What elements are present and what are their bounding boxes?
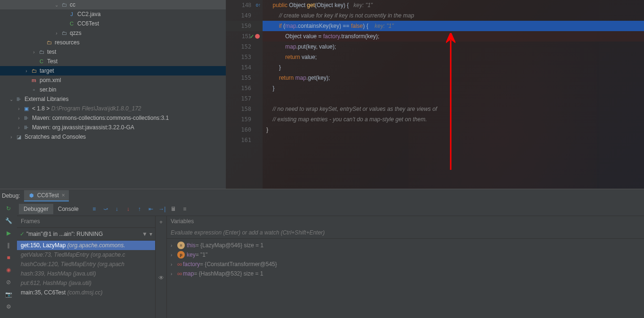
code-line[interactable]: public Object get(Object key) { key: "1" — [263, 0, 644, 10]
library-icon: ⊪ — [23, 114, 30, 122]
filter-icon[interactable]: ▼ — [142, 231, 148, 237]
debug-panel-header: Debug: ⬢ CC6Test × — [0, 189, 644, 202]
camera-button[interactable]: 📷 — [3, 289, 14, 300]
frames-list[interactable]: get:150, LazyMap (org.apache.commons. ge… — [17, 241, 155, 318]
line-number[interactable]: 157 — [226, 93, 263, 104]
chevron-down-icon: ⌄ — [53, 2, 60, 8]
chevron-right-icon: › — [171, 271, 177, 276]
tree-file-serbin[interactable]: ▫ser.bin — [0, 85, 226, 94]
stack-frame[interactable]: hashCode:120, TiedMapEntry (org.apach — [17, 259, 155, 269]
tree-file-pom[interactable]: mpom.xml — [0, 75, 226, 85]
line-number[interactable]: 151✓ — [226, 31, 263, 42]
step-out-button[interactable]: ↑ — [134, 204, 145, 214]
line-number[interactable]: 161 — [226, 135, 263, 145]
folder-icon: 🗀 — [38, 48, 45, 56]
module-icon: ▣ — [23, 105, 30, 112]
step-over-button[interactable]: ⤻ — [100, 204, 111, 214]
variable-item[interactable]: ›pkey = "1" — [167, 250, 644, 259]
code-editor[interactable]: 148o↑ 149 150 151✓ 152 153 154 155 156 1… — [226, 0, 644, 189]
evaluate-input[interactable]: Evaluate expression (Enter) or add a wat… — [167, 227, 644, 239]
frames-header: Frames — [17, 216, 155, 227]
variable-item[interactable]: ›≡this = {LazyMap@546} size = 1 — [167, 241, 644, 250]
drop-frame-button[interactable]: ⇤ — [146, 204, 156, 214]
show-watches-button[interactable]: 👁 — [157, 274, 165, 282]
dropdown-icon[interactable]: ▾ — [149, 231, 152, 237]
breakpoint-icon[interactable] — [255, 34, 260, 39]
frames-panel[interactable]: Frames ✓ "main"@1 in ...ain": RUNNING ▼ … — [17, 216, 156, 318]
code-line[interactable]: // create value for key if key is not cu… — [263, 10, 644, 21]
close-icon[interactable]: × — [62, 192, 65, 199]
rerun-button[interactable]: ↻ — [3, 203, 14, 214]
line-number[interactable]: 148o↑ — [226, 0, 263, 10]
stack-frame[interactable]: get:150, LazyMap (org.apache.commons. — [17, 241, 155, 250]
stop-button[interactable]: ■ — [3, 252, 14, 263]
variables-header: Variables — [167, 216, 644, 227]
tree-folder-qzzs[interactable]: ›🗀qzzs — [0, 28, 226, 38]
mute-breakpoints-button[interactable]: ⊘ — [3, 276, 14, 288]
line-number[interactable]: 158 — [226, 104, 263, 114]
evaluate-button[interactable]: 🖩 — [168, 204, 179, 214]
annotation-arrow — [446, 33, 455, 171]
console-tab[interactable]: Console — [53, 204, 83, 214]
line-number[interactable]: 160 — [226, 125, 263, 135]
library-icon: ⊪ — [15, 95, 23, 103]
variable-item[interactable]: ›oofactory = {ConstantTransformer@545} — [167, 259, 644, 269]
stack-frame[interactable]: hash:339, HashMap (java.util) — [17, 269, 155, 278]
line-number[interactable]: 153 — [226, 52, 263, 62]
tree-folder-resources[interactable]: 🗀resources — [0, 38, 226, 47]
variable-item[interactable]: ›oomap = {HashMap@532} size = 1 — [167, 269, 644, 278]
tree-lib-jdk[interactable]: ›▣< 1.8 > D:\Program Files\Java\jdk1.8.0… — [0, 104, 226, 113]
line-number[interactable]: 159 — [226, 114, 263, 125]
pause-button[interactable]: ∥ — [3, 240, 14, 251]
variables-panel[interactable]: Variables Evaluate expression (Enter) or… — [167, 216, 644, 318]
tree-file-test[interactable]: CTest — [0, 57, 226, 66]
view-breakpoints-button[interactable]: ◉ — [3, 264, 14, 276]
thread-label: "main"@1 in ...ain": RUNNING — [26, 231, 103, 237]
line-number[interactable]: 150 — [226, 21, 263, 31]
chevron-right-icon: › — [15, 106, 23, 111]
resume-button[interactable]: ▶ — [3, 227, 14, 239]
project-tree[interactable]: ⌄🗀cc JCC2.java CCC6Test ›🗀qzzs 🗀resource… — [0, 0, 226, 189]
stack-frame[interactable]: main:35, CC6Test (com.dmsj.cc) — [17, 288, 155, 297]
editor-gutter[interactable]: 148o↑ 149 150 151✓ 152 153 154 155 156 1… — [226, 0, 263, 189]
stack-frame[interactable]: getValue:73, TiedMapEntry (org.apache.c — [17, 250, 155, 259]
debug-run-tab[interactable]: ⬢ CC6Test × — [24, 190, 69, 201]
tree-folder-target[interactable]: ›🗀target — [0, 66, 226, 75]
variables-tree[interactable]: ›≡this = {LazyMap@546} size = 1 ›pkey = … — [167, 239, 644, 318]
show-execution-point-button[interactable]: ≡ — [89, 204, 99, 214]
debug-panel[interactable]: Debug: ⬢ CC6Test × ↻ 🔧 ▶ ∥ ■ ◉ ⊘ 📷 ⚙ Deb… — [0, 189, 644, 318]
library-icon: ⊪ — [23, 124, 30, 131]
folder-icon: 🗀 — [60, 1, 68, 8]
add-watch-button[interactable]: + — [157, 218, 165, 226]
line-number[interactable]: 156 — [226, 83, 263, 93]
tree-file-cc2java[interactable]: JCC2.java — [0, 9, 226, 19]
code-line-current[interactable]: if (map.containsKey(key) == false) { key… — [263, 21, 644, 31]
settings-button[interactable]: ⚙ — [3, 301, 14, 312]
chevron-down-icon: ⌄ — [8, 97, 15, 102]
tree-folder-test[interactable]: ›🗀test — [0, 47, 226, 57]
force-step-into-button[interactable]: ↓ — [123, 204, 133, 214]
modify-run-button[interactable]: 🔧 — [3, 215, 14, 226]
line-number[interactable]: 155 — [226, 73, 263, 83]
run-to-cursor-button[interactable]: →| — [157, 204, 167, 214]
trace-button[interactable]: ≡ — [180, 204, 190, 214]
resources-icon: 🗀 — [45, 39, 53, 46]
debugger-tab[interactable]: Debugger — [19, 204, 53, 214]
stack-frame[interactable]: put:612, HashMap (java.util) — [17, 278, 155, 288]
line-number[interactable]: 149 — [226, 10, 263, 21]
line-number[interactable]: 154 — [226, 62, 263, 73]
object-icon: oo — [177, 262, 182, 267]
thread-selector[interactable]: ✓ "main"@1 in ...ain": RUNNING ▼ ▾ — [17, 227, 155, 241]
line-number[interactable]: 152 — [226, 42, 263, 52]
tree-scratches[interactable]: ›◪Scratches and Consoles — [0, 132, 226, 142]
tree-folder-cc[interactable]: ⌄🗀cc — [0, 0, 226, 9]
tree-external-libraries[interactable]: ⌄⊪External Libraries — [0, 94, 226, 104]
step-into-button[interactable]: ↓ — [112, 204, 122, 214]
tree-lib-maven1[interactable]: ›⊪Maven: commons-collections:commons-col… — [0, 113, 226, 123]
breakpoint-check-icon: ✓ — [250, 31, 254, 42]
scratches-icon: ◪ — [15, 133, 23, 141]
tree-file-cc6test[interactable]: CCC6Test — [0, 19, 226, 28]
tree-lib-maven2[interactable]: ›⊪Maven: org.javassist:javassist:3.22.0-… — [0, 123, 226, 132]
object-icon: oo — [177, 271, 182, 276]
debug-tab-label: CC6Test — [37, 192, 59, 199]
